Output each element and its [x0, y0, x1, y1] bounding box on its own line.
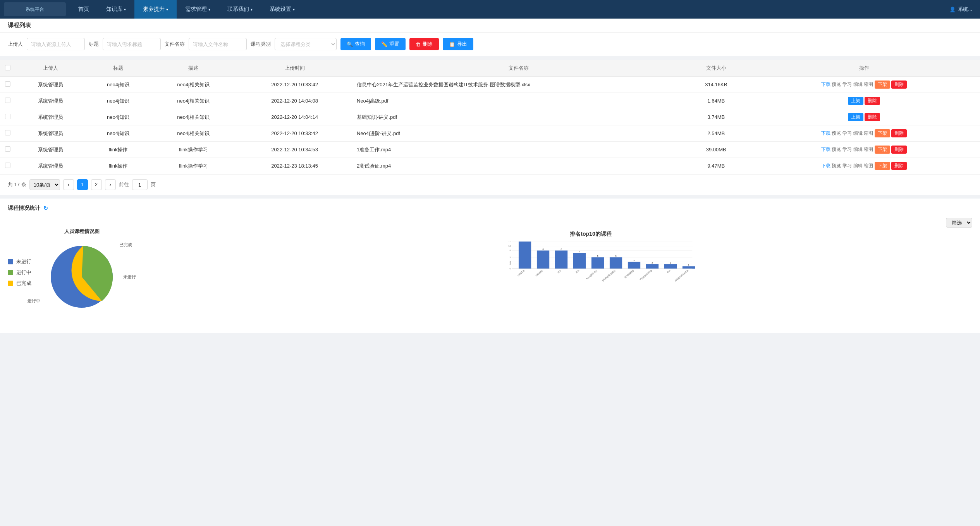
bar-item: [664, 264, 677, 269]
del-btn[interactable]: 删除: [865, 97, 880, 105]
bar-chart-filter[interactable]: 筛选: [946, 218, 972, 228]
svg-text:5: 5: [510, 256, 511, 259]
row-checkbox[interactable]: [5, 114, 10, 119]
edit-btn[interactable]: 编辑: [853, 81, 863, 88]
legend-dot-not-started: [8, 259, 13, 264]
row-checkbox[interactable]: [5, 163, 10, 168]
del-btn[interactable]: 删除: [891, 129, 907, 137]
learn-btn[interactable]: 学习: [842, 146, 852, 153]
learn-btn[interactable]: 学习: [842, 163, 852, 169]
pie-chart-container: 人员课程情况图 已完成: [43, 228, 120, 317]
chevron-down-icon: ▾: [251, 7, 253, 12]
download-btn[interactable]: 下载: [821, 130, 830, 137]
bar-x-label: 图谱数据模型: [624, 269, 634, 279]
thumbnail-btn[interactable]: 缩图: [864, 163, 873, 169]
table-wrapper: 上传人 标题 描述 上传时间 文件名称 文件大小 操作 系统管理员 neo4j知…: [0, 60, 980, 174]
bar-item: [628, 262, 640, 269]
del-btn[interactable]: 删除: [891, 162, 907, 170]
export-icon: 📋: [449, 41, 455, 47]
table-row: 系统管理员 neo4j知识 neo4j相关知识 2022-12-20 14:04…: [0, 93, 980, 109]
category-select[interactable]: 选择课程分类: [275, 38, 337, 50]
nav-contact[interactable]: 联系我们▾: [219, 0, 261, 19]
pie-legend: 未进行 进行中 已完成: [8, 258, 31, 287]
reset-button[interactable]: ✏️ 重置: [375, 38, 406, 50]
cell-title: neo4j知识: [86, 125, 150, 142]
uploader-input[interactable]: [27, 38, 85, 50]
col-uploader: 上传人: [15, 60, 86, 77]
nav-home[interactable]: 首页: [70, 0, 98, 19]
offline-btn[interactable]: 下架: [875, 81, 890, 89]
search-button[interactable]: 🔍 查询: [340, 38, 371, 50]
thumbnail-btn[interactable]: 缩图: [864, 81, 873, 88]
bar-chart-area: 筛选 排名top10的课程 023581012121准备工作82测试验证8演示7…: [209, 218, 972, 327]
export-button[interactable]: 📋 导出: [443, 38, 473, 50]
row-checkbox[interactable]: [5, 81, 10, 87]
edit-btn[interactable]: 编辑: [853, 163, 863, 169]
prev-page-btn[interactable]: ‹: [63, 179, 74, 190]
pie-chart: 已完成 进行中 未进行: [43, 238, 120, 315]
bar-x-label: 展示: [575, 269, 580, 274]
refresh-icon[interactable]: ↻: [43, 205, 48, 211]
cell-upload-time: 2022-12-20 10:34:53: [236, 142, 353, 158]
bar-item: [519, 242, 531, 269]
del-btn[interactable]: 删除: [865, 113, 880, 121]
svg-text:3: 3: [510, 261, 511, 263]
row-checkbox[interactable]: [5, 98, 10, 103]
cell-desc: neo4j相关知识: [150, 125, 236, 142]
learn-btn[interactable]: 学习: [842, 130, 852, 137]
cell-title: flink操作: [86, 158, 150, 174]
row-checkbox[interactable]: [5, 146, 10, 152]
select-all-checkbox[interactable]: [5, 65, 10, 70]
cell-uploader: 系统管理员: [15, 125, 86, 142]
thumbnail-btn[interactable]: 缩图: [864, 130, 873, 137]
user-menu[interactable]: 👤 系统...: [949, 6, 972, 13]
download-btn[interactable]: 下载: [821, 146, 830, 153]
cell-filename: 信息中心2021年生产运营监控业务数据图谱构建IT技术服务-图谱数据模型.xls…: [353, 77, 684, 93]
offline-btn[interactable]: 下架: [875, 129, 890, 137]
bar-x-label: Neo4j进阶-讲义: [586, 269, 598, 280]
nav-knowledge[interactable]: 知识库▾: [98, 0, 134, 19]
del-btn[interactable]: 删除: [891, 146, 907, 154]
bar-item: [610, 257, 622, 269]
cell-filename: Neo4j进阶-讲义.pdf: [353, 125, 684, 142]
edit-btn[interactable]: 编辑: [853, 146, 863, 153]
table-row: 系统管理员 neo4j知识 neo4j相关知识 2022-12-20 14:04…: [0, 109, 980, 125]
table-row: 系统管理员 neo4j知识 neo4j相关知识 2022-12-20 10:33…: [0, 77, 980, 93]
col-title: 标题: [86, 60, 150, 77]
thumbnail-btn[interactable]: 缩图: [864, 146, 873, 153]
goto-input[interactable]: [132, 179, 148, 190]
filter-bar: 上传人 标题 文件名称 课程类别 选择课程分类 🔍 查询 ✏️ 重置 🗑 删除 …: [0, 33, 980, 56]
page-1-btn[interactable]: 1: [77, 179, 88, 190]
page-size-select[interactable]: 10条/页: [29, 179, 60, 190]
download-btn[interactable]: 下载: [821, 163, 830, 169]
nav-demand[interactable]: 需求管理▾: [177, 0, 219, 19]
delete-button[interactable]: 🗑 删除: [409, 38, 439, 50]
cell-upload-time: 2022-12-20 10:33:42: [236, 77, 353, 93]
preview-btn[interactable]: 预览: [832, 146, 841, 153]
learn-btn[interactable]: 学习: [842, 81, 852, 88]
edit-btn[interactable]: 编辑: [853, 130, 863, 137]
preview-btn[interactable]: 预览: [832, 163, 841, 169]
cell-filesize: 2.54MB: [684, 125, 748, 142]
page-2-btn[interactable]: 2: [91, 179, 102, 190]
chevron-down-icon: ▾: [166, 7, 168, 12]
download-btn[interactable]: 下载: [821, 81, 830, 88]
svg-text:10: 10: [508, 245, 511, 247]
preview-btn[interactable]: 预览: [832, 130, 841, 137]
nav-settings[interactable]: 系统设置▾: [261, 0, 303, 19]
online-btn[interactable]: 上架: [848, 113, 863, 121]
page-title-bar: 课程列表: [0, 19, 980, 33]
offline-btn[interactable]: 下架: [875, 162, 890, 170]
next-page-btn[interactable]: ›: [105, 179, 116, 190]
offline-btn[interactable]: 下架: [875, 146, 890, 154]
course-table: 上传人 标题 描述 上传时间 文件名称 文件大小 操作 系统管理员 neo4j知…: [0, 60, 980, 174]
bar-value-label: 5: [615, 255, 617, 257]
filename-input[interactable]: [189, 38, 247, 50]
online-btn[interactable]: 上架: [848, 97, 863, 105]
preview-btn[interactable]: 预览: [832, 81, 841, 88]
del-btn[interactable]: 删除: [891, 81, 907, 89]
nav-literacy[interactable]: 素养提升▾: [134, 0, 177, 19]
row-checkbox[interactable]: [5, 130, 10, 135]
cell-actions: 上架 删除: [748, 93, 980, 109]
title-input[interactable]: [103, 38, 161, 50]
